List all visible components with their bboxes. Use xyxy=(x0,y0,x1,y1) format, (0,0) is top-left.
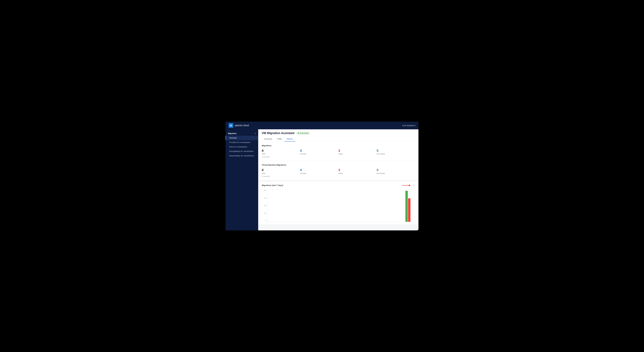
vm-migrations-running-label: Running xyxy=(300,172,338,174)
content-header: VM Migration Assistant Successful Overvi… xyxy=(258,129,418,141)
tabs: Overview YAML Metrics xyxy=(262,137,415,141)
sidebar-item-storagemaps[interactable]: StorageMaps for virtualization xyxy=(226,149,258,153)
y-label-2: 2.0 xyxy=(262,205,266,207)
chart-bars-area xyxy=(268,189,415,222)
sidebar-item-label: Overview xyxy=(229,137,237,139)
vm-migrations-total-label: Total xyxy=(262,172,300,174)
bar-group-last xyxy=(406,191,410,222)
svg-marker-2 xyxy=(409,185,411,186)
migrations-failed-label: Failed xyxy=(338,153,376,155)
migrations-total-value: 8 xyxy=(262,149,300,153)
topbar: spectro cloud Auth disabled ▾ xyxy=(226,122,418,129)
chart-wrapper: 4.0 3.0 2.0 1.0 0 xyxy=(262,189,415,222)
content-area: VM Migration Assistant Successful Overvi… xyxy=(258,129,418,230)
sidebar-item-networkmaps[interactable]: NetworkMaps for virtualization xyxy=(226,153,258,158)
vm-migrations-succeeded-label: Succeeded xyxy=(376,172,415,174)
logo-text: spectro cloud xyxy=(235,124,249,127)
y-label-4: 4.0 xyxy=(262,190,266,191)
sidebar-item-label: NetworkMaps for virtualization xyxy=(229,155,254,157)
vm-migrations-running-value: 0 xyxy=(300,168,338,172)
sidebar-item-overview[interactable]: Overview xyxy=(226,136,258,140)
y-label-0: 0 xyxy=(262,220,266,222)
tab-yaml[interactable]: YAML xyxy=(274,137,284,141)
page-title-row: VM Migration Assistant Successful xyxy=(262,131,415,135)
vm-migrations-total-value: 8 xyxy=(262,168,300,172)
vm-migrations-stats-section: Virtual Machine Migrations 8 Total 0 can… xyxy=(258,161,418,180)
migrations-total-stat: 8 Total 0 canceled xyxy=(262,149,300,158)
migrations-failed-stat: 3 Failed xyxy=(338,149,376,155)
status-badge: Successful xyxy=(296,132,310,135)
vm-migrations-canceled-text: 0 canceled xyxy=(262,175,300,177)
vm-migrations-failed-stat: 3 Failed xyxy=(338,168,376,174)
bar-succeeded xyxy=(406,191,408,222)
y-label-1: 1.0 xyxy=(262,212,266,214)
page-title: VM Migration Assistant xyxy=(262,131,294,135)
migrations-total-label: Total xyxy=(262,153,300,155)
vm-migrations-section-title: Virtual Machine Migrations xyxy=(262,164,415,166)
vm-migrations-total-stat: 8 Total 0 canceled xyxy=(262,168,300,177)
vm-migrations-failed-value: 3 xyxy=(338,168,376,172)
tab-overview[interactable]: Overview xyxy=(262,137,274,141)
tab-metrics[interactable]: Metrics xyxy=(284,137,296,141)
spectro-logo-icon xyxy=(228,123,233,128)
chart-container xyxy=(268,189,415,222)
svg-rect-0 xyxy=(228,123,233,128)
chart-title: Migrations (last 7 days) xyxy=(262,184,283,187)
migrations-succeeded-stat: 5 Succeeded xyxy=(376,149,415,155)
metrics-content: Migrations 8 Total 0 canceled 0 Running xyxy=(258,141,418,224)
arrow-icon xyxy=(402,184,411,187)
sidebar: Migration ▾ Overview Providers for virtu… xyxy=(226,129,258,230)
main-layout: Migration ▾ Overview Providers for virtu… xyxy=(226,129,418,230)
more-options-icon[interactable]: ⋮ xyxy=(412,184,415,187)
sidebar-section-label: Migration xyxy=(228,132,237,134)
vm-migrations-stats-row: 8 Total 0 canceled 0 Running 3 Failed xyxy=(262,168,415,177)
migrations-succeeded-value: 5 xyxy=(376,149,415,153)
migrations-running-value: 0 xyxy=(300,149,338,153)
sidebar-section-migration[interactable]: Migration ▾ xyxy=(226,130,258,136)
status-dot-icon xyxy=(298,133,299,134)
chevron-down-icon: ▾ xyxy=(255,132,256,134)
vm-migrations-succeeded-value: 5 xyxy=(376,168,415,172)
vm-migrations-succeeded-stat: 5 Succeeded xyxy=(376,168,415,174)
vm-migrations-running-stat: 0 Running xyxy=(300,168,338,174)
logo: spectro cloud xyxy=(228,123,249,128)
migrations-failed-value: 3 xyxy=(338,149,376,153)
migrations-stats-row: 8 Total 0 canceled 0 Running 3 Failed xyxy=(262,149,415,158)
sidebar-item-label: Providers for virtualization xyxy=(229,141,250,143)
vm-migrations-failed-label: Failed xyxy=(338,172,376,174)
sidebar-item-providers[interactable]: Providers for virtualization xyxy=(226,140,258,145)
migrations-succeeded-label: Succeeded xyxy=(376,153,415,155)
migrations-stats-section: Migrations 8 Total 0 canceled 0 Running xyxy=(258,141,418,161)
migrations-section-title: Migrations xyxy=(262,144,415,147)
chart-section: Migrations (last 7 days) ⋮ xyxy=(258,182,418,224)
sidebar-item-label: StorageMaps for virtualization xyxy=(229,150,254,152)
y-label-3: 3.0 xyxy=(262,197,266,199)
sidebar-item-plans[interactable]: Plans for virtualization xyxy=(226,145,258,149)
migrations-canceled-text: 0 canceled xyxy=(262,156,300,158)
sidebar-item-label: Plans for virtualization xyxy=(229,146,247,148)
arrow-right-icon xyxy=(402,184,411,187)
status-text: Successful xyxy=(300,132,308,134)
chart-y-axis: 4.0 3.0 2.0 1.0 0 xyxy=(262,189,266,222)
bar-failed xyxy=(408,198,410,222)
chart-header: Migrations (last 7 days) ⋮ xyxy=(262,184,415,187)
chart-actions: ⋮ xyxy=(402,184,415,187)
migrations-running-label: Running xyxy=(300,153,338,155)
migrations-running-stat: 0 Running xyxy=(300,149,338,155)
auth-disabled-button[interactable]: Auth disabled ▾ xyxy=(402,124,416,127)
